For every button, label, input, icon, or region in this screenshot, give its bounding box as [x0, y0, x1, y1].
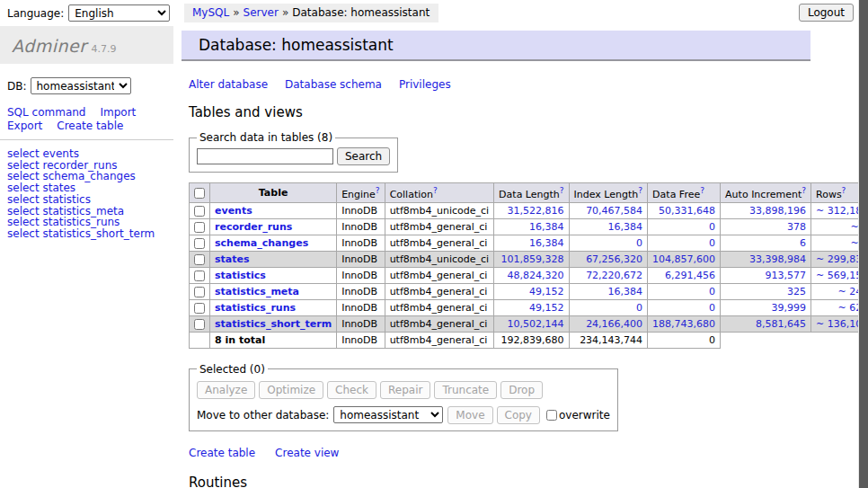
app-name: Adminer	[12, 36, 87, 56]
search-button[interactable]: Search	[337, 147, 390, 165]
link-alter-database[interactable]: Alter database	[189, 78, 268, 91]
row-checkbox[interactable]	[194, 287, 205, 297]
move-database-select[interactable]: homeassistant	[333, 406, 443, 423]
help-link[interactable]: ?	[433, 186, 438, 195]
engine-cell: InnoDB	[337, 251, 385, 267]
column-header-collation: Collation?	[385, 183, 493, 203]
app-version: 4.7.9	[92, 43, 117, 55]
language-label: Language:	[7, 7, 64, 20]
breadcrumb-server-link[interactable]: Server	[244, 6, 279, 19]
collation-cell: utf8mb4_general_ci	[385, 267, 493, 283]
help-link[interactable]: ?	[802, 186, 806, 195]
table-name-link[interactable]: statistics_short_term	[215, 318, 332, 330]
row-checkbox[interactable]	[194, 238, 205, 249]
repair-button[interactable]: Repair	[380, 381, 430, 399]
help-link[interactable]: ?	[376, 186, 380, 195]
search-input[interactable]	[197, 148, 333, 164]
truncate-button[interactable]: Truncate	[434, 381, 497, 399]
collation-cell: utf8mb4_general_ci	[385, 299, 493, 315]
index-length-cell: 24,166,400	[569, 315, 648, 332]
data-free-cell: 6,291,456	[648, 267, 721, 283]
table-row: statistics_runsInnoDButf8mb4_general_ci4…	[190, 299, 868, 315]
help-link[interactable]: ?	[638, 186, 642, 195]
optimize-button[interactable]: Optimize	[259, 381, 323, 399]
db-select[interactable]: homeassistant	[31, 77, 131, 94]
breadcrumb-mysql-link[interactable]: MySQL	[192, 6, 229, 19]
table-name-cell: statistics_runs	[210, 299, 337, 315]
table-name-link[interactable]: schema_changes	[215, 237, 308, 249]
table-name-link[interactable]: events	[215, 205, 252, 217]
row-checkbox[interactable]	[194, 271, 205, 281]
help-link[interactable]: ?	[560, 186, 564, 195]
data-length-cell: 49,152	[494, 299, 569, 315]
move-button[interactable]: Move	[447, 406, 492, 424]
row-checkbox[interactable]	[194, 222, 205, 233]
table-name-link[interactable]: statistics_meta	[215, 286, 299, 297]
sidebar-action-line: ExportCreate table	[7, 120, 173, 133]
index-length-cell: 72,220,672	[569, 267, 648, 283]
data-free-cell: 0	[648, 299, 721, 315]
row-checkbox[interactable]	[194, 303, 205, 314]
table-row: statesInnoDButf8mb4_unicode_ci101,859,32…	[190, 251, 868, 267]
data-free-cell: 0	[648, 283, 721, 299]
overwrite-checkbox[interactable]	[546, 410, 557, 421]
engine-cell: InnoDB	[337, 315, 385, 332]
language-select[interactable]: English	[68, 4, 170, 22]
column-header-engine: Engine?	[337, 183, 385, 203]
engine-cell: InnoDB	[337, 235, 385, 251]
table-row: statistics_metaInnoDButf8mb4_general_ci4…	[190, 283, 868, 299]
vertical-scrollbar[interactable]	[858, 0, 868, 488]
row-checkbox-cell	[190, 283, 210, 299]
language-row: Language:English	[0, 0, 173, 22]
logout-button[interactable]: Logout	[799, 4, 854, 22]
row-checkbox-cell	[190, 235, 210, 251]
column-header-data-length: Data Length?	[494, 183, 569, 203]
check-button[interactable]: Check	[327, 381, 376, 399]
move-row: Move to other database:homeassistantMove…	[197, 406, 610, 424]
breadcrumb-current: Database: homeassistant	[292, 6, 430, 19]
link-privileges[interactable]: Privileges	[399, 78, 451, 91]
db-label: DB:	[7, 80, 27, 93]
row-checkbox-cell	[190, 315, 210, 332]
table-row: eventsInnoDButf8mb4_unicode_ci31,522,816…	[190, 202, 868, 218]
data-length-cell: 101,859,328	[494, 251, 569, 267]
table-name-link[interactable]: statistics	[215, 270, 266, 281]
engine-cell: InnoDB	[337, 218, 385, 235]
sidebar-link-import[interactable]: Import	[100, 106, 136, 119]
sidebar-select-link[interactable]: select statistics_short_term	[7, 227, 155, 240]
sidebar-link-sql-command[interactable]: SQL command	[7, 106, 85, 119]
auto-increment-cell: 913,577	[721, 267, 811, 283]
help-superscript: ?	[842, 185, 846, 195]
selected-buttons-row: AnalyzeOptimizeCheckRepairTruncateDrop	[197, 381, 610, 399]
row-checkbox[interactable]	[194, 319, 205, 330]
table-name-link[interactable]: statistics_runs	[215, 302, 296, 314]
copy-button[interactable]: Copy	[497, 406, 540, 424]
search-fieldset: Search data in tables (8) Search	[189, 131, 398, 173]
total-index-length-cell: 234,143,744	[569, 332, 648, 348]
link-create-table[interactable]: Create table	[189, 447, 255, 459]
help-link[interactable]: ?	[700, 186, 704, 195]
help-link[interactable]: ?	[842, 186, 846, 195]
help-superscript: ?	[560, 185, 564, 195]
table-name-cell: events	[210, 202, 337, 218]
table-name-link[interactable]: recorder_runs	[215, 221, 292, 233]
sidebar-action-links: SQL commandImportExportCreate table	[7, 106, 173, 133]
row-checkbox-cell	[190, 251, 210, 267]
link-create-view[interactable]: Create view	[275, 447, 339, 459]
create-links: Create tableCreate view	[189, 447, 810, 459]
select-all-checkbox[interactable]	[194, 188, 205, 199]
link-database-schema[interactable]: Database schema	[285, 78, 382, 91]
table-name-link[interactable]: states	[215, 253, 250, 265]
sidebar-link-export[interactable]: Export	[7, 120, 42, 132]
column-header-table: Table	[210, 183, 337, 203]
row-checkbox[interactable]	[194, 206, 205, 217]
drop-button[interactable]: Drop	[500, 381, 543, 399]
analyze-button[interactable]: Analyze	[197, 381, 255, 399]
auto-increment-cell: 33,898,196	[721, 202, 811, 218]
app-header: Adminer4.7.9	[0, 26, 173, 64]
row-checkbox[interactable]	[194, 254, 205, 265]
sidebar: Language:English Adminer4.7.9 DB:homeass…	[0, 0, 173, 488]
index-length-cell: 0	[569, 299, 648, 315]
sidebar-link-create-table[interactable]: Create table	[57, 120, 123, 132]
sidebar-action-line: SQL commandImport	[7, 106, 173, 120]
